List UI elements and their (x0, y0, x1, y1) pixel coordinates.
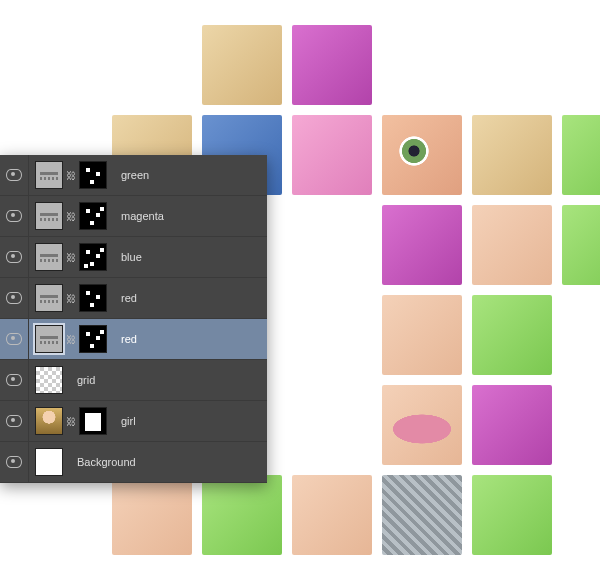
layer-thumbnails (29, 366, 69, 394)
visibility-toggle[interactable] (0, 360, 29, 400)
link-icon[interactable]: ⛓ (65, 252, 77, 263)
layer-mask-thumbnail[interactable] (79, 243, 107, 271)
layer-thumbnail[interactable] (35, 202, 63, 230)
artwork-tile (382, 475, 462, 555)
layer-row[interactable]: ⛓magenta (0, 196, 267, 237)
layer-thumbnails: ⛓ (29, 202, 113, 230)
layer-row[interactable]: grid (0, 360, 267, 401)
layer-name[interactable]: magenta (113, 210, 259, 222)
visibility-toggle[interactable] (0, 401, 29, 441)
layer-name[interactable]: blue (113, 251, 259, 263)
layer-mask-thumbnail[interactable] (79, 202, 107, 230)
layer-thumbnail[interactable] (35, 325, 63, 353)
artwork-tile (112, 475, 192, 555)
link-icon[interactable]: ⛓ (65, 170, 77, 181)
layer-name[interactable]: Background (69, 456, 259, 468)
visibility-toggle[interactable] (0, 442, 29, 482)
eye-icon (6, 210, 22, 222)
artwork-tile (292, 475, 372, 555)
layer-row[interactable]: ⛓green (0, 155, 267, 196)
eye-icon (6, 415, 22, 427)
layer-thumbnail[interactable] (35, 448, 63, 476)
artwork-tile (382, 385, 462, 465)
layer-row[interactable]: ⛓red (0, 278, 267, 319)
visibility-toggle[interactable] (0, 155, 29, 195)
layer-thumbnail[interactable] (35, 243, 63, 271)
eye-icon (6, 333, 22, 345)
artwork-tile (472, 475, 552, 555)
artwork-tile (472, 295, 552, 375)
link-icon[interactable]: ⛓ (65, 334, 77, 345)
artwork-tile (562, 115, 600, 195)
eye-icon (6, 292, 22, 304)
visibility-toggle[interactable] (0, 319, 29, 359)
layer-mask-thumbnail[interactable] (79, 325, 107, 353)
artwork-tile (382, 295, 462, 375)
layer-name[interactable]: grid (69, 374, 259, 386)
artwork-tile (472, 385, 552, 465)
link-icon[interactable]: ⛓ (65, 416, 77, 427)
layer-mask-thumbnail[interactable] (79, 161, 107, 189)
artwork-tile (382, 115, 462, 195)
visibility-toggle[interactable] (0, 196, 29, 236)
artwork-tile (562, 205, 600, 285)
layer-row[interactable]: ⛓girl (0, 401, 267, 442)
layer-thumbnail[interactable] (35, 366, 63, 394)
visibility-toggle[interactable] (0, 278, 29, 318)
eye-icon (6, 251, 22, 263)
layer-mask-thumbnail[interactable] (79, 284, 107, 312)
layer-thumbnail[interactable] (35, 407, 63, 435)
layers-panel: ⛓green⛓magenta⛓blue⛓red⛓redgrid⛓girlBack… (0, 155, 267, 483)
layer-thumbnails: ⛓ (29, 284, 113, 312)
link-icon[interactable]: ⛓ (65, 211, 77, 222)
visibility-toggle[interactable] (0, 237, 29, 277)
layer-thumbnails: ⛓ (29, 161, 113, 189)
layer-row[interactable]: Background (0, 442, 267, 483)
layer-thumbnail[interactable] (35, 161, 63, 189)
artwork-tile (382, 205, 462, 285)
artwork-tile (202, 25, 282, 105)
layer-thumbnail[interactable] (35, 284, 63, 312)
layer-thumbnails (29, 448, 69, 476)
layer-row[interactable]: ⛓red (0, 319, 267, 360)
eye-icon (6, 456, 22, 468)
layer-name[interactable]: red (113, 292, 259, 304)
layer-thumbnails: ⛓ (29, 243, 113, 271)
layer-thumbnails: ⛓ (29, 407, 113, 435)
link-icon[interactable]: ⛓ (65, 293, 77, 304)
artwork-tile (472, 115, 552, 195)
eye-icon (6, 169, 22, 181)
artwork-tile (292, 115, 372, 195)
layer-name[interactable]: red (113, 333, 259, 345)
artwork-tile (472, 205, 552, 285)
artwork-tile (292, 25, 372, 105)
layer-name[interactable]: green (113, 169, 259, 181)
layer-row[interactable]: ⛓blue (0, 237, 267, 278)
layer-thumbnails: ⛓ (29, 325, 113, 353)
layer-mask-thumbnail[interactable] (79, 407, 107, 435)
layer-name[interactable]: girl (113, 415, 259, 427)
eye-icon (6, 374, 22, 386)
artwork-tile (202, 475, 282, 555)
